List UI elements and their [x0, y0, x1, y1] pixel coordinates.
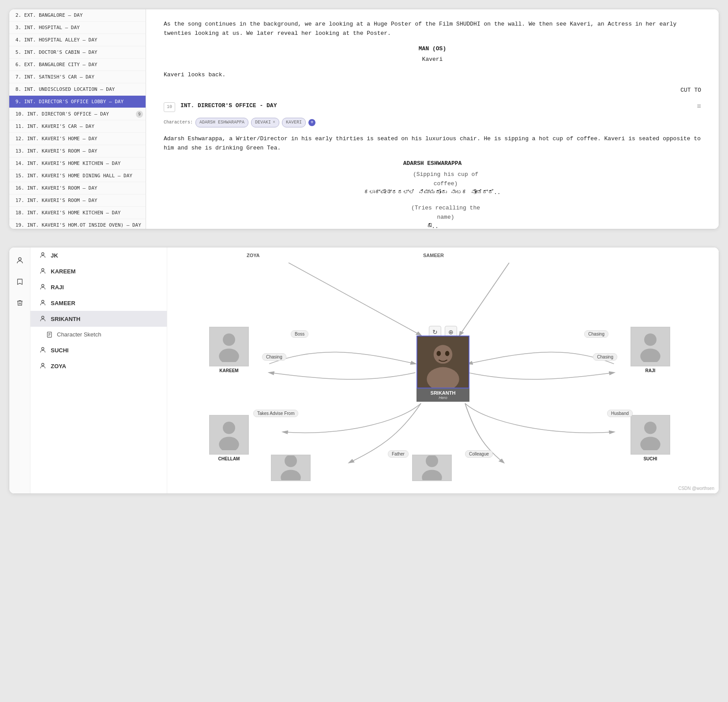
kareem-avatar	[209, 327, 249, 366]
sidebar-char-srikanth[interactable]: SRIKANTH	[30, 311, 167, 327]
char-node-bottom-left[interactable]	[271, 455, 311, 481]
trash-icon[interactable]	[14, 297, 26, 309]
person-icon	[39, 299, 46, 306]
svg-point-26	[640, 437, 660, 450]
scene-menu-icon[interactable]: ≡	[697, 101, 701, 113]
scene-item[interactable]: 13. INT. KAVERI'S ROOM – DAY	[9, 145, 146, 157]
action-text-2: Adarsh Eshwarappa, a Writer/Director in …	[164, 134, 701, 153]
person-icon[interactable]	[14, 254, 26, 267]
sidebar-char-kareem-label: KAREEM	[51, 268, 75, 275]
rel-label-colleague: Colleague	[465, 450, 493, 458]
char-node-bottom-right[interactable]	[412, 455, 452, 481]
sidebar-char-raji[interactable]: RAJI	[30, 279, 167, 295]
sidebar-char-raji-label: RAJI	[51, 284, 64, 291]
char-tag-devaki[interactable]: DEVAKI ×	[251, 118, 279, 127]
bottom-left-avatar	[271, 455, 311, 481]
scene-item[interactable]: 17. INT. KAVERI'S ROOM – DAY	[9, 194, 146, 207]
scene-item[interactable]: 3. INT. HOSPITAL – DAY	[9, 22, 146, 34]
scene-item[interactable]: 19. INT. KAVERI'S HOM.OT INSIDE OVEN) – …	[9, 219, 146, 229]
left-toolbar	[9, 247, 30, 493]
sidebar-char-jk-label: JK	[51, 252, 58, 259]
char-node-suchi[interactable]: SUCHI	[630, 415, 670, 461]
dialogue-2: ಹೌ..	[164, 222, 701, 229]
rel-label-chasing-raji-in: Chasing	[584, 330, 608, 338]
svg-point-21	[437, 351, 441, 356]
char-tag-kaveri[interactable]: KAVERI	[282, 118, 306, 127]
rel-label-husband: Husband	[607, 410, 633, 417]
sidebar-char-sameer[interactable]: SAMEER	[30, 295, 167, 311]
svg-line-13	[460, 263, 510, 335]
scene-item[interactable]: 15. INT. KAVERI'S HOME DINING HALL – DAY	[9, 170, 146, 182]
rel-label-boss: Boss	[291, 330, 308, 338]
close-icon[interactable]: ×	[273, 119, 275, 126]
svg-point-23	[223, 422, 235, 434]
scene-item[interactable]: 5. INT. DOCTOR'S CABIN – DAY	[9, 46, 146, 59]
watermark: CSDN @worthsen	[678, 486, 714, 491]
scene-item[interactable]: 14. INT. KAVERI'S HOME KITCHEN – DAY	[9, 157, 146, 170]
svg-point-15	[219, 348, 239, 362]
scene-item-active[interactable]: 9. INT. DIRECTOR'S OFFICE LOBBY – DAY	[9, 96, 146, 108]
svg-point-22	[445, 351, 450, 356]
svg-point-0	[19, 258, 21, 260]
scene-item[interactable]: 4. INT. HOSPITAL ALLEY – DAY	[9, 34, 146, 46]
svg-point-11	[41, 363, 44, 366]
svg-point-19	[434, 345, 453, 364]
character-map-area: ZOYA SAMEER KAREEM RAJI Boss	[167, 247, 719, 493]
scene-item[interactable]: 8. INT. UNDISCLOSED LOCATION – DAY	[9, 83, 146, 96]
srikanth-label-box: SRIKANTH Hero	[417, 388, 469, 402]
svg-point-30	[422, 470, 442, 481]
raji-avatar	[630, 327, 670, 366]
scene-heading: 10 INT. DIRECTOR'S OFFICE - DAY ≡	[164, 101, 701, 113]
scene-item[interactable]: 7. INT. SATNISH'S CAR – DAY	[9, 71, 146, 83]
srikanth-photo	[417, 336, 469, 388]
bookmark-icon[interactable]	[14, 276, 26, 288]
scene-item[interactable]: 12. INT. KAVERI'S HOME – DAY	[9, 133, 146, 145]
scene-item[interactable]: 11. INT. KAVERI'S CAR – DAY	[9, 120, 146, 133]
char-tag-adarsh[interactable]: ADARSH ESHWARAPPA	[195, 118, 248, 127]
characters-label: Characters:	[164, 119, 193, 126]
sidebar-char-suchi[interactable]: SUCHI	[30, 342, 167, 358]
person-silhouette	[420, 455, 444, 481]
char-node-kareem[interactable]: KAREEM	[209, 327, 249, 373]
sidebar-char-kareem[interactable]: KAREEM	[30, 263, 167, 279]
character-sidebar: JK KAREEM RAJI SAMEER SRIKANTH Character…	[30, 247, 167, 493]
svg-point-16	[644, 333, 657, 346]
person-icon	[39, 315, 46, 322]
person-icon	[39, 362, 46, 370]
scene-item[interactable]: 18. INT. KAVERI'S HOME KITCHEN – DAY	[9, 207, 146, 219]
svg-point-10	[41, 347, 44, 350]
characters-row: Characters: ADARSH ESHWARAPPA DEVAKI × K…	[164, 118, 701, 127]
scene-item[interactable]: 6. EXT. BANGALORE CITY – DAY	[9, 59, 146, 71]
scene-number: 10	[164, 102, 175, 112]
char-node-chellam[interactable]: CHELLAM	[209, 415, 249, 461]
char-sketch-label: Character Sketch	[57, 331, 101, 338]
person-silhouette	[279, 455, 303, 481]
person-icon	[39, 268, 46, 275]
transition-text: CUT TO	[164, 86, 701, 95]
scene-title: INT. DIRECTOR'S OFFICE - DAY	[180, 101, 693, 111]
svg-point-1	[41, 253, 44, 255]
rel-label-chasing-raji-out: Chasing	[593, 353, 617, 361]
svg-point-25	[644, 422, 657, 434]
script-editor-panel: 2. EXT. BANGALORE – DAY 3. INT. HOSPITAL…	[9, 9, 719, 229]
srikanth-name: SRIKANTH	[420, 390, 466, 396]
rel-label-father: Father	[388, 450, 409, 458]
sidebar-char-sketch[interactable]: Character Sketch	[30, 327, 167, 342]
scene-item[interactable]: 16. INT. KAVERI'S ROOM – DAY	[9, 182, 146, 194]
person-silhouette	[638, 331, 662, 362]
scene-item[interactable]: 2. EXT. BANGALORE – DAY	[9, 9, 146, 22]
top-label-zoya: ZOYA	[247, 253, 260, 258]
add-character-button[interactable]: +	[308, 119, 315, 126]
svg-point-28	[281, 470, 301, 481]
scene-item[interactable]: 10. INT. DIRECTOR'S OFFICE – DAY 9	[9, 108, 146, 120]
center-char-node-srikanth[interactable]: SRIKANTH Hero	[417, 336, 469, 402]
parenthetical-1: (Sipping his cup ofcoffee)	[190, 170, 701, 189]
char-node-raji[interactable]: RAJI	[630, 327, 670, 373]
srikanth-avatar	[417, 336, 469, 388]
sidebar-char-zoya[interactable]: ZOYA	[30, 358, 167, 374]
parenthetical-2: (Tries recalling thename)	[190, 204, 701, 222]
scene-list[interactable]: 2. EXT. BANGALORE – DAY 3. INT. HOSPITAL…	[9, 9, 146, 229]
sidebar-char-jk[interactable]: JK	[30, 247, 167, 263]
dialogue-text: Kaveri	[164, 55, 701, 64]
svg-line-12	[289, 263, 421, 335]
